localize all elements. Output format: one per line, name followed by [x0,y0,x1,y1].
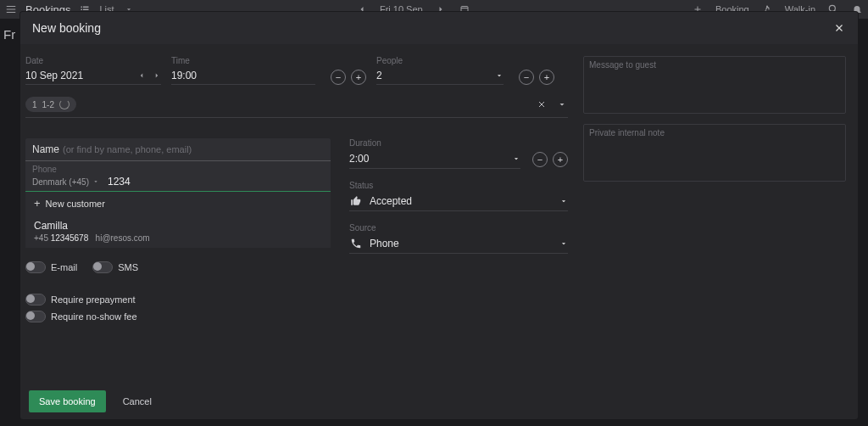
customer-suggestions: + New customer Camilla +45 12345678 hi@r… [25,192,331,248]
clear-icon[interactable] [536,98,548,110]
duration-value: 2:00 [349,153,369,165]
internal-note-label: Private internal note [589,128,840,137]
date-label: Date [25,56,161,65]
table-chip[interactable]: 1 1-2 [25,97,76,112]
duration-field[interactable]: Duration 2:00 [349,138,520,169]
time-value: 19:00 [171,70,197,81]
status-value: Accepted [370,195,412,207]
prepayment-toggle[interactable]: Require prepayment [25,294,331,305]
customer-name: Camilla [34,220,322,232]
message-to-guest-textarea[interactable]: Message to guest [583,56,846,114]
chip-seg2: 1-2 [42,100,54,109]
status-field[interactable]: Status Accepted [349,181,568,211]
people-value: 2 [376,70,382,81]
email-toggle[interactable]: E-mail [25,261,77,273]
svg-rect-2 [81,9,83,11]
prepayment-toggle-label: Require prepayment [51,294,136,305]
status-label: Status [349,181,568,190]
sms-toggle-label: SMS [118,262,138,272]
noshow-toggle-label: Require no-show fee [51,311,137,322]
menu-icon[interactable] [5,3,17,15]
message-label: Message to guest [589,60,840,70]
name-input[interactable]: Name (or find by name, phone, email) [25,138,331,161]
sms-toggle[interactable]: SMS [92,261,138,273]
modal-header: New booking [20,12,858,44]
table-chip-row: 1 1-2 [25,97,568,118]
close-icon[interactable] [832,21,846,35]
duration-label: Duration [349,138,520,148]
people-minus-button[interactable]: − [519,70,534,85]
phone-field[interactable]: Phone Denmark (+45) 1234 [25,161,331,192]
plus-icon: + [34,197,41,210]
name-input-label: Name [32,143,59,155]
customer-subline: +45 12345678 hi@resos.com [34,233,322,243]
time-minus-button[interactable]: − [331,70,346,85]
svg-rect-1 [83,7,89,8]
toggle-icon [25,294,46,305]
source-value: Phone [370,238,399,249]
date-field[interactable]: Date 10 Sep 2021 [25,56,161,85]
date-next-icon[interactable] [153,71,161,80]
toggle-icon [25,311,46,322]
phone-input-value: 1234 [108,176,131,188]
toggle-icon [92,261,113,273]
time-label: Time [171,56,315,65]
svg-rect-0 [81,7,83,8]
duration-plus-button[interactable]: + [553,152,568,167]
name-input-placeholder: (or find by name, phone, email) [63,144,192,154]
chevron-down-icon[interactable] [556,98,568,110]
time-plus-button[interactable]: + [351,70,366,85]
phone-icon [349,237,363,250]
source-label: Source [349,223,568,233]
bg-text-fragment: Fr [3,27,15,42]
thumbs-up-icon [349,194,363,208]
people-dropdown-icon[interactable] [495,71,504,80]
cancel-button[interactable]: Cancel [118,395,157,407]
chevron-down-icon[interactable] [559,239,568,248]
phone-label: Phone [25,161,331,174]
new-customer-label: New customer [46,199,105,209]
chevron-down-icon[interactable] [559,197,568,205]
customer-suggestion-item[interactable]: Camilla +45 12345678 hi@resos.com [25,215,331,248]
noshow-toggle[interactable]: Require no-show fee [25,311,331,322]
loading-spinner-icon [59,99,70,109]
date-prev-icon[interactable] [137,71,146,80]
modal-title: New booking [32,21,101,35]
phone-country-value: Denmark (+45) [32,177,89,187]
svg-point-8 [829,5,835,11]
date-value: 10 Sep 2021 [25,70,83,81]
save-button[interactable]: Save booking [29,390,106,412]
people-label: People [376,56,504,65]
svg-rect-3 [83,9,89,11]
private-note-textarea[interactable]: Private internal note [583,124,846,182]
new-booking-modal: New booking Date 10 Sep 2021 [20,12,858,419]
people-plus-button[interactable]: + [539,70,554,85]
chip-seg1: 1 [32,100,37,109]
duration-minus-button[interactable]: − [532,152,548,167]
modal-footer: Save booking Cancel [20,384,858,419]
chevron-down-icon[interactable] [512,154,520,163]
people-field[interactable]: People 2 [376,56,504,85]
source-field[interactable]: Source Phone [349,223,568,254]
new-customer-option[interactable]: + New customer [25,192,331,215]
time-field[interactable]: Time 19:00 [171,56,315,85]
phone-country-select[interactable]: Denmark (+45) [32,177,99,187]
email-toggle-label: E-mail [51,262,77,272]
toggle-icon [25,261,46,273]
